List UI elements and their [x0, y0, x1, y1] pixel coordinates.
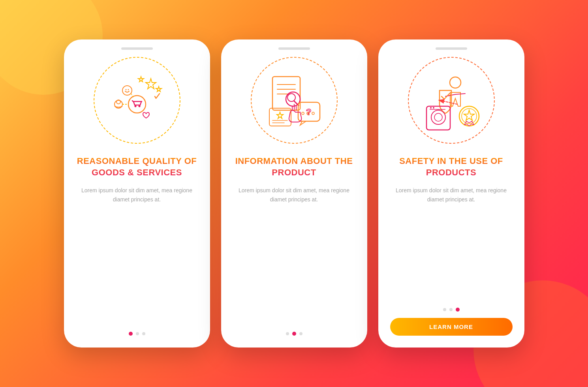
- dot-1-1: [129, 332, 133, 336]
- phone-card-2: ? INFORMATION ABOUT THE PRODUCT Lorem ip…: [221, 39, 367, 348]
- learn-more-button[interactable]: LEARN MORE: [390, 318, 513, 336]
- svg-point-34: [433, 107, 434, 109]
- svg-point-30: [431, 110, 445, 124]
- phone-1-desc: Lorem ipsum dolor sit dim amet, mea regi…: [76, 186, 198, 204]
- dot-2-3: [299, 332, 302, 335]
- phone-notch-2: [278, 47, 310, 50]
- phone-3-desc: Lorem ipsum dolor sit dim amet, mea regi…: [390, 186, 513, 204]
- dot-3-3: [456, 308, 460, 312]
- svg-point-31: [434, 113, 442, 121]
- safety-icon: [418, 67, 485, 134]
- phone-2-desc: Lorem ipsum dolor sit dim amet, mea regi…: [233, 186, 355, 204]
- svg-point-22: [302, 112, 304, 115]
- svg-point-0: [128, 96, 146, 113]
- svg-point-33: [430, 107, 432, 109]
- phone-card-1: REASONABLE QUALITY OF GOODS & SERVICES L…: [64, 39, 210, 348]
- dot-1-3: [142, 332, 145, 335]
- phone-2-title: INFORMATION ABOUT THE PRODUCT: [233, 156, 355, 178]
- dot-2-2: [292, 332, 296, 336]
- svg-point-2: [138, 105, 140, 107]
- phone-notch-1: [121, 47, 153, 50]
- dot-1-2: [136, 332, 139, 335]
- icon-circle-1: [94, 57, 180, 144]
- information-icon: ?: [261, 67, 328, 134]
- svg-point-28: [450, 77, 461, 88]
- phone-3-title: SAFETY IN THE USE OF PRODUCTS: [390, 156, 513, 178]
- svg-point-7: [125, 89, 126, 90]
- dot-3-1: [443, 308, 446, 311]
- phone-1-dots: [129, 332, 145, 336]
- svg-point-15: [287, 94, 295, 101]
- quality-icon: [103, 67, 171, 134]
- svg-point-6: [122, 86, 132, 95]
- svg-point-8: [128, 89, 129, 90]
- phones-container: REASONABLE QUALITY OF GOODS & SERVICES L…: [64, 39, 524, 348]
- icon-circle-2: ?: [251, 57, 338, 144]
- svg-point-24: [312, 112, 314, 115]
- dot-2-1: [286, 332, 289, 335]
- phone-3-dots: [443, 308, 460, 312]
- phone-card-3: SAFETY IN THE USE OF PRODUCTS Lorem ipsu…: [378, 39, 524, 348]
- phone-notch-3: [436, 47, 467, 50]
- icon-circle-3: [408, 57, 495, 144]
- svg-text:?: ?: [306, 107, 311, 117]
- phone-1-title: REASONABLE QUALITY OF GOODS & SERVICES: [76, 156, 198, 178]
- phone-2-dots: [286, 332, 302, 336]
- svg-point-1: [134, 105, 136, 107]
- dot-3-2: [449, 308, 453, 311]
